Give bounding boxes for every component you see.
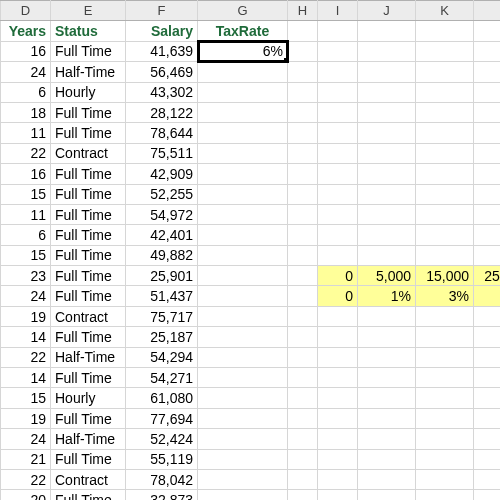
cell-salary[interactable]: 42,909 — [126, 164, 198, 184]
cell-taxrate[interactable] — [198, 327, 288, 347]
table-row[interactable]: 11Full Time54,972 — [1, 204, 501, 224]
cell-empty[interactable] — [318, 62, 358, 82]
cell-years[interactable]: 18 — [1, 102, 51, 122]
table-row[interactable]: 22Contract75,511 — [1, 143, 501, 163]
table-row[interactable]: 15Full Time52,255 — [1, 184, 501, 204]
cell-status[interactable]: Full Time — [51, 266, 126, 286]
col-header-L[interactable]: L — [474, 1, 501, 21]
cell-empty[interactable] — [416, 184, 474, 204]
cell-years[interactable]: 22 — [1, 469, 51, 489]
cell-empty[interactable] — [416, 347, 474, 367]
cell-empty[interactable] — [288, 225, 318, 245]
cell-empty[interactable] — [318, 469, 358, 489]
cell-empty[interactable] — [288, 449, 318, 469]
cell-empty[interactable] — [318, 490, 358, 500]
cell-years[interactable]: 21 — [1, 449, 51, 469]
cell-empty[interactable] — [358, 62, 416, 82]
cell-taxrate[interactable] — [198, 490, 288, 500]
cell-taxrate[interactable] — [198, 347, 288, 367]
cell-empty[interactable] — [474, 388, 501, 408]
cell-years[interactable]: 6 — [1, 225, 51, 245]
col-header-G[interactable]: G — [198, 1, 288, 21]
cell-empty[interactable] — [474, 245, 501, 265]
cell-empty[interactable] — [318, 306, 358, 326]
table-row[interactable]: 11Full Time78,644 — [1, 123, 501, 143]
cell-years[interactable]: 15 — [1, 245, 51, 265]
cell-empty[interactable] — [358, 123, 416, 143]
cell-salary[interactable]: 51,437 — [126, 286, 198, 306]
cell-empty[interactable] — [358, 388, 416, 408]
cell-empty[interactable] — [288, 41, 318, 61]
cell-empty[interactable] — [288, 62, 318, 82]
cell-years[interactable]: 11 — [1, 123, 51, 143]
cell-years[interactable]: 20 — [1, 490, 51, 500]
table-row[interactable]: 24Half-Time56,469 — [1, 62, 501, 82]
cell-empty[interactable] — [288, 184, 318, 204]
table-row[interactable]: 19Full Time77,694 — [1, 408, 501, 428]
cell-empty[interactable] — [474, 490, 501, 500]
lookup-threshold[interactable]: 5,000 — [358, 266, 416, 286]
cell-empty[interactable] — [416, 143, 474, 163]
cell-empty[interactable] — [358, 306, 416, 326]
cell-empty[interactable] — [474, 62, 501, 82]
cell-status[interactable]: Contract — [51, 469, 126, 489]
cell-empty[interactable] — [318, 449, 358, 469]
cell-empty[interactable] — [358, 469, 416, 489]
cell-empty[interactable] — [358, 490, 416, 500]
table-row[interactable]: 16Full Time42,909 — [1, 164, 501, 184]
cell-empty[interactable] — [288, 469, 318, 489]
cell-taxrate[interactable] — [198, 102, 288, 122]
cell-empty[interactable] — [358, 347, 416, 367]
cell-empty[interactable] — [474, 347, 501, 367]
cell-years[interactable]: 14 — [1, 327, 51, 347]
table-row[interactable]: 24Half-Time52,424 — [1, 429, 501, 449]
cell-empty[interactable] — [318, 368, 358, 388]
cell-empty[interactable] — [416, 123, 474, 143]
cell-empty[interactable] — [318, 123, 358, 143]
header-taxrate[interactable]: TaxRate — [198, 21, 288, 41]
cell-empty[interactable] — [358, 143, 416, 163]
col-header-H[interactable]: H — [288, 1, 318, 21]
cell-taxrate[interactable]: 6%+ — [198, 41, 288, 61]
cell-empty[interactable] — [288, 327, 318, 347]
cell-empty[interactable] — [416, 490, 474, 500]
table-row[interactable]: 22Half-Time54,294 — [1, 347, 501, 367]
cell-status[interactable]: Full Time — [51, 41, 126, 61]
lookup-percent[interactable]: 3% — [416, 286, 474, 306]
cell-taxrate[interactable] — [198, 123, 288, 143]
cell-empty[interactable] — [318, 164, 358, 184]
lookup-threshold[interactable]: 15,000 — [416, 266, 474, 286]
cell-status[interactable]: Full Time — [51, 123, 126, 143]
cell-empty[interactable] — [318, 82, 358, 102]
cell-empty[interactable] — [474, 368, 501, 388]
cell-empty[interactable] — [288, 490, 318, 500]
cell-empty[interactable] — [416, 469, 474, 489]
cell-empty[interactable] — [474, 164, 501, 184]
cell-empty[interactable] — [318, 41, 358, 61]
cell-salary[interactable]: 52,424 — [126, 429, 198, 449]
table-row[interactable]: 14Full Time25,187 — [1, 327, 501, 347]
cell-salary[interactable]: 54,972 — [126, 204, 198, 224]
cell-empty[interactable] — [416, 429, 474, 449]
cell-status[interactable]: Hourly — [51, 82, 126, 102]
cell-years[interactable]: 6 — [1, 82, 51, 102]
cell-empty[interactable] — [416, 225, 474, 245]
cell-empty[interactable] — [474, 306, 501, 326]
cell-status[interactable]: Full Time — [51, 204, 126, 224]
lookup-threshold[interactable]: 25,000 — [474, 266, 501, 286]
cell-empty[interactable] — [288, 408, 318, 428]
lookup-percent[interactable]: 5% — [474, 286, 501, 306]
table-row[interactable]: 24Full Time51,43701%3%5% — [1, 286, 501, 306]
table-row[interactable]: 16Full Time41,6396%+ — [1, 41, 501, 61]
table-row[interactable]: 6Full Time42,401 — [1, 225, 501, 245]
cell-empty[interactable] — [318, 347, 358, 367]
cell-salary[interactable]: 43,302 — [126, 82, 198, 102]
cell-empty[interactable] — [416, 41, 474, 61]
cell-empty[interactable] — [318, 143, 358, 163]
table-row[interactable]: 14Full Time54,271 — [1, 368, 501, 388]
table-row[interactable]: 18Full Time28,122 — [1, 102, 501, 122]
cell-empty[interactable] — [474, 184, 501, 204]
cell-status[interactable]: Full Time — [51, 164, 126, 184]
cell-years[interactable]: 14 — [1, 368, 51, 388]
cell-status[interactable]: Hourly — [51, 388, 126, 408]
